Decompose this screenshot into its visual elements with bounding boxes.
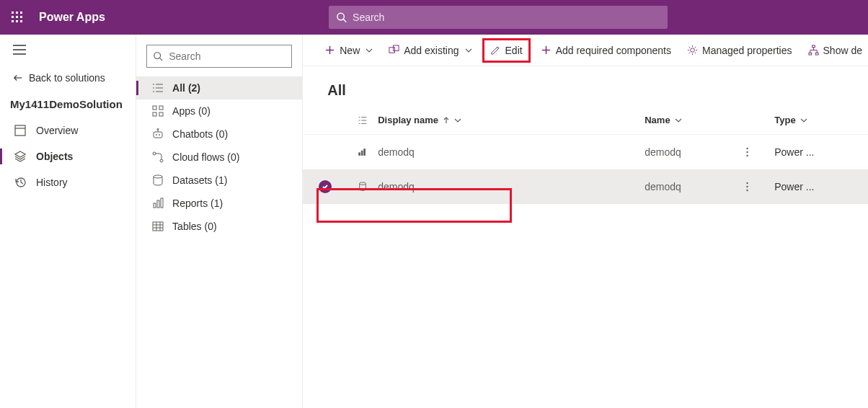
cmd-label: Edit — [505, 45, 523, 56]
filter-search[interactable] — [146, 45, 292, 68]
row-name: demodq — [645, 181, 774, 192]
chevron-down-icon — [454, 117, 461, 124]
global-search-input[interactable] — [353, 12, 660, 23]
chatbot-icon — [152, 128, 164, 140]
svg-rect-39 — [154, 203, 156, 208]
command-bar: New Add existing Edit Add required compo… — [303, 35, 868, 66]
svg-rect-42 — [153, 222, 163, 231]
nav-item-label: History — [36, 177, 68, 188]
filter-search-input[interactable] — [169, 50, 285, 62]
chevron-down-icon — [465, 47, 472, 54]
filter-item-cloudflows[interactable]: Cloud flows (0) — [136, 146, 302, 169]
col-type[interactable]: Type — [774, 115, 825, 125]
col-icon-header[interactable] — [347, 115, 378, 125]
svg-rect-1 — [16, 12, 18, 14]
svg-point-73 — [746, 151, 748, 153]
row-type: Power ... — [774, 181, 825, 192]
row-name-text: demodq — [645, 181, 681, 192]
main-area: New Add existing Edit Add required compo… — [303, 35, 868, 408]
row-type-icon — [347, 147, 378, 157]
cmd-label: Show de — [823, 45, 862, 56]
gear-icon — [687, 45, 698, 56]
svg-rect-29 — [153, 112, 156, 116]
filter-item-all[interactable]: All (2) — [136, 76, 302, 99]
sort-asc-icon — [443, 117, 450, 124]
svg-rect-30 — [159, 112, 163, 116]
row-display-name[interactable]: demodq — [378, 181, 645, 192]
chevron-down-icon — [366, 47, 373, 54]
svg-rect-4 — [16, 16, 18, 18]
table-icon — [152, 221, 164, 232]
nav-item-history[interactable]: History — [0, 169, 136, 195]
col-label: Display name — [378, 115, 438, 125]
svg-point-36 — [153, 152, 156, 155]
svg-marker-17 — [15, 151, 25, 157]
row-type: Power ... — [774, 146, 825, 158]
row-type-icon — [347, 182, 378, 192]
svg-line-10 — [343, 19, 346, 22]
overview-icon — [14, 125, 26, 136]
row-name: demodq — [645, 146, 774, 158]
svg-rect-6 — [12, 20, 14, 22]
back-to-solutions-link[interactable]: Back to solutions — [0, 68, 136, 94]
svg-point-77 — [746, 186, 748, 187]
dataset-icon — [152, 174, 164, 186]
cmd-label: Add required components — [556, 45, 671, 56]
table-row[interactable]: demodq demodq Power ... — [303, 169, 868, 204]
filter-item-datasets[interactable]: Datasets (1) — [136, 169, 302, 192]
solution-name: My1411DemoSolution — [0, 94, 136, 117]
chart-icon — [358, 147, 368, 157]
svg-rect-8 — [20, 20, 22, 22]
list-icon — [358, 115, 368, 125]
svg-rect-70 — [361, 151, 363, 155]
cmd-add-existing[interactable]: Add existing — [383, 40, 477, 61]
nav-item-objects[interactable]: Objects — [0, 143, 136, 169]
svg-rect-41 — [161, 198, 163, 208]
list-icon — [152, 82, 164, 94]
table-row[interactable]: demodq demodq Power ... — [303, 135, 868, 169]
filter-item-apps[interactable]: Apps (0) — [136, 99, 302, 123]
cmd-edit[interactable]: Edit — [482, 38, 531, 63]
chevron-down-icon — [675, 117, 682, 124]
svg-point-38 — [154, 175, 162, 178]
dataset-icon — [358, 182, 368, 192]
nav-item-overview[interactable]: Overview — [0, 117, 136, 143]
filter-item-label: All (2) — [172, 82, 200, 94]
flow-icon — [152, 151, 164, 163]
cmd-managed-properties[interactable]: Managed properties — [681, 40, 798, 61]
svg-point-37 — [160, 159, 163, 162]
col-display-name[interactable]: Display name — [378, 115, 645, 125]
svg-rect-56 — [808, 53, 811, 55]
row-more-button[interactable] — [741, 146, 753, 158]
waffle-icon[interactable] — [0, 12, 35, 23]
svg-rect-40 — [157, 200, 159, 208]
svg-rect-28 — [159, 106, 163, 110]
svg-rect-0 — [12, 12, 14, 14]
add-existing-icon — [389, 45, 399, 56]
filter-item-tables[interactable]: Tables (0) — [136, 215, 302, 238]
col-label: Name — [645, 115, 670, 125]
row-name-text: demodq — [645, 146, 681, 158]
app-title: Power Apps — [35, 11, 105, 24]
row-selected-check[interactable] — [319, 180, 332, 193]
global-search[interactable] — [329, 6, 668, 29]
dependency-icon — [808, 45, 819, 56]
col-name[interactable]: Name — [645, 115, 774, 125]
cmd-label: Add existing — [404, 45, 459, 56]
cmd-label: New — [340, 45, 360, 56]
row-more-button[interactable] — [741, 181, 753, 192]
row-display-name[interactable]: demodq — [378, 146, 645, 158]
svg-point-54 — [691, 48, 695, 53]
cmd-add-required[interactable]: Add required components — [535, 40, 677, 61]
cmd-show-dependencies[interactable]: Show de — [802, 40, 868, 61]
filter-item-label: Datasets (1) — [172, 174, 227, 186]
table-header: Display name Name Type — [303, 106, 868, 135]
cmd-new[interactable]: New — [319, 40, 378, 61]
filter-item-label: Chatbots (0) — [172, 128, 228, 140]
nav-collapse-button[interactable] — [0, 43, 136, 68]
filter-item-reports[interactable]: Reports (1) — [136, 192, 302, 215]
svg-rect-71 — [364, 149, 366, 156]
svg-point-35 — [159, 135, 160, 136]
filter-item-label: Apps (0) — [172, 105, 211, 117]
filter-item-chatbots[interactable]: Chatbots (0) — [136, 123, 302, 146]
